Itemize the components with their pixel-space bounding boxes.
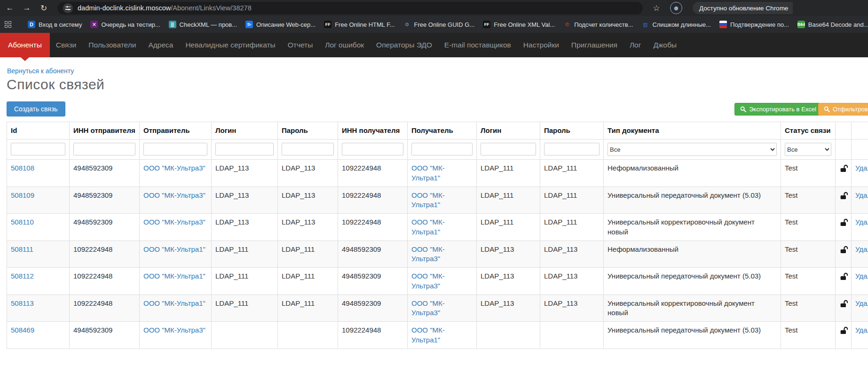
lock-cell — [836, 322, 852, 349]
site-settings-icon[interactable] — [63, 3, 73, 13]
bookmark-item[interactable]: ▥Слишком длинные... — [641, 21, 710, 28]
apps-grid-icon[interactable] — [5, 21, 11, 28]
nav-item-связи[interactable]: Связи — [50, 33, 82, 57]
delete-link[interactable]: Удалить — [855, 299, 868, 307]
nav-item-настройки[interactable]: Настройки — [517, 33, 565, 57]
sender-link[interactable]: ООО "МК-Ультра1" — [143, 299, 205, 307]
unlock-icon[interactable] — [839, 299, 849, 309]
delete-link[interactable]: Удалить — [855, 326, 868, 334]
receiver-link[interactable]: ООО "МК-Ультра3" — [411, 272, 445, 289]
lock-cell — [836, 268, 852, 295]
unlock-icon[interactable] — [839, 218, 849, 228]
bookmark-item[interactable]: Подтверждение по... — [719, 21, 789, 28]
delete-link[interactable]: Удалить — [855, 191, 868, 199]
receiver-password-cell: LDAP_113 — [540, 268, 604, 295]
chrome-update-chip[interactable]: Доступно обновление Chrome — [693, 2, 793, 14]
filter-input[interactable] — [73, 143, 135, 155]
bookmark-item[interactable]: S›Описание Web-сер... — [245, 21, 316, 28]
unlock-icon[interactable] — [839, 164, 849, 174]
filter-button[interactable]: Отфильтровать — [818, 103, 868, 116]
receiver-link[interactable]: ООО "МК-Ультра1" — [411, 326, 445, 343]
delete-link[interactable]: Удалить — [855, 272, 868, 280]
receiver-link[interactable]: ООО "МК-Ультра3" — [411, 299, 445, 317]
sender-link[interactable]: ООО "МК-Ультра3" — [143, 164, 205, 172]
receiver-link[interactable]: ООО "МК-Ультра3" — [411, 245, 445, 263]
nav-item-пользователи[interactable]: Пользователи — [82, 33, 142, 57]
export-excel-button[interactable]: Экспортировать в Excel — [734, 103, 822, 116]
table-cell: ООО "МК-Ультра1" — [140, 240, 212, 268]
table-row: 5081111092224948ООО "МК-Ультра1"LDAP_111… — [7, 240, 868, 268]
row-id-link[interactable]: 508108 — [11, 164, 34, 172]
receiver-link[interactable]: ООО "МК-Ультра1" — [411, 164, 445, 181]
delete-link[interactable]: Удалить — [855, 164, 868, 172]
filter-input[interactable] — [282, 143, 334, 155]
bookmark-item[interactable]: B64Base64 Decode and... — [797, 21, 868, 28]
filter-input[interactable] — [215, 143, 274, 155]
bookmark-favicon: S› — [245, 21, 253, 28]
status-filter-select[interactable]: Все — [785, 143, 831, 156]
nav-item-приглашения[interactable]: Приглашения — [565, 33, 623, 57]
nav-item-адреса[interactable]: Адреса — [142, 33, 179, 57]
profile-icon[interactable]: ☻ — [670, 2, 682, 14]
nav-item-e-mail-поставщиков[interactable]: E-mail поставщиков — [438, 33, 517, 57]
row-id-link[interactable]: 508111 — [11, 245, 33, 253]
column-header: Тип документа — [604, 122, 781, 140]
nav-item-абоненты[interactable]: Абоненты — [0, 33, 50, 57]
forward-icon[interactable]: → — [20, 1, 34, 15]
unlock-icon[interactable] — [839, 326, 849, 336]
status-cell: Test — [781, 268, 836, 295]
receiver-inn-cell: 1092224948 — [338, 186, 408, 214]
bookmark-label: Free Online HTML F... — [335, 21, 395, 28]
nav-item-отчеты[interactable]: Отчеты — [282, 33, 319, 57]
nav-item-невалидные-сертификаты[interactable]: Невалидные сертификаты — [179, 33, 281, 57]
unlock-icon[interactable] — [839, 191, 849, 201]
bookmark-item[interactable]: FFFree Online HTML F... — [324, 21, 395, 28]
sender-link[interactable]: ООО "МК-Ультра3" — [143, 218, 205, 226]
delete-link[interactable]: Удалить — [855, 245, 868, 253]
bookmark-item[interactable]: ⚙Free Online GUID G... — [403, 21, 475, 28]
bookmark-label: Free Online GUID G... — [414, 21, 475, 28]
bookmark-label: Вход в систему — [39, 21, 82, 28]
bookmark-item[interactable]: DВход в систему — [28, 21, 82, 28]
filter-input[interactable] — [481, 143, 536, 155]
filter-input[interactable] — [411, 143, 473, 155]
nav-item-лог-ошибок[interactable]: Лог ошибок — [319, 33, 370, 57]
create-link-button[interactable]: Создать связь — [7, 101, 65, 116]
delete-link[interactable]: Удалить — [855, 218, 868, 226]
bookmark-item[interactable]: ©Подсчет количеств... — [563, 21, 633, 28]
row-id-link[interactable]: 508110 — [11, 218, 34, 226]
sender-link[interactable]: ООО "МК-Ультра3" — [143, 191, 205, 199]
nav-item-джобы[interactable]: Джобы — [647, 33, 683, 57]
bookmark-favicon: ▥ — [641, 21, 649, 28]
bookmark-item[interactable]: ✕Очередь на тестир... — [90, 21, 160, 28]
row-id-link[interactable]: 508469 — [11, 326, 34, 334]
back-to-abonent-link[interactable]: Вернуться к абоненту — [7, 67, 74, 75]
sender-password-cell: LDAP_113 — [278, 214, 338, 241]
sender-link[interactable]: ООО "МК-Ультра1" — [143, 245, 205, 253]
row-id-link[interactable]: 508109 — [11, 191, 34, 199]
reload-icon[interactable]: ↻ — [37, 1, 51, 15]
row-id-link[interactable]: 508113 — [11, 299, 34, 307]
filter-input[interactable] — [342, 143, 403, 155]
sender-link[interactable]: ООО "МК-Ультра3" — [143, 326, 205, 334]
nav-item-лог[interactable]: Лог — [623, 33, 647, 57]
nav-item-операторы-эдо[interactable]: Операторы ЭДО — [370, 33, 438, 57]
receiver-link[interactable]: ООО "МК-Ультра1" — [411, 191, 445, 209]
filter-input[interactable] — [544, 143, 600, 155]
tune-icon — [65, 6, 71, 10]
row-id-link[interactable]: 508112 — [11, 272, 34, 280]
bookmark-favicon: ≣ — [169, 21, 176, 28]
back-icon[interactable]: ← — [3, 1, 17, 15]
sender-link[interactable]: ООО "МК-Ультра1" — [143, 272, 205, 280]
bookmark-item[interactable]: FFFree Online XML Val... — [483, 21, 555, 28]
doc-type-filter-select[interactable]: Все — [608, 143, 777, 156]
url-bar[interactable]: dadmin-doclink.cislink.moscow/Abonent/Li… — [57, 2, 643, 15]
unlock-icon[interactable] — [839, 272, 849, 282]
filter-input[interactable] — [143, 143, 207, 155]
bookmark-star-icon[interactable]: ☆ — [649, 3, 663, 13]
table-filter-row: ВсеВсе — [7, 140, 868, 160]
bookmark-item[interactable]: ≣CheckXML — пров... — [169, 21, 237, 28]
unlock-icon[interactable] — [839, 245, 849, 255]
receiver-link[interactable]: ООО "МК-Ультра1" — [411, 218, 445, 235]
filter-input[interactable] — [11, 143, 65, 155]
